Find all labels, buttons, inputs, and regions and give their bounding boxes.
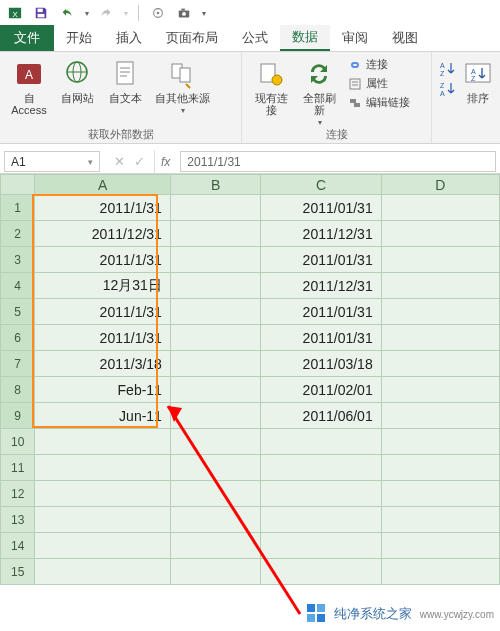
- tab-formulas[interactable]: 公式: [230, 25, 280, 51]
- tab-review[interactable]: 审阅: [330, 25, 380, 51]
- tab-file[interactable]: 文件: [0, 25, 54, 51]
- name-box[interactable]: A1 ▾: [4, 151, 100, 172]
- cell[interactable]: [261, 481, 381, 507]
- col-header-B[interactable]: B: [170, 175, 260, 195]
- connections-button[interactable]: 连接: [344, 56, 414, 73]
- cell[interactable]: [261, 533, 381, 559]
- tab-home[interactable]: 开始: [54, 25, 104, 51]
- row-header[interactable]: 5: [1, 299, 35, 325]
- cell[interactable]: [381, 455, 499, 481]
- row-header[interactable]: 13: [1, 507, 35, 533]
- row-header[interactable]: 4: [1, 273, 35, 299]
- tab-insert[interactable]: 插入: [104, 25, 154, 51]
- cell[interactable]: 2011/06/01: [261, 403, 381, 429]
- camera-icon[interactable]: [175, 4, 193, 22]
- col-header-D[interactable]: D: [381, 175, 499, 195]
- cell[interactable]: [381, 429, 499, 455]
- chevron-down-icon[interactable]: ▾: [88, 157, 93, 167]
- cell[interactable]: [35, 429, 171, 455]
- cell[interactable]: [381, 299, 499, 325]
- cell[interactable]: [381, 325, 499, 351]
- cell[interactable]: [170, 195, 260, 221]
- row-header[interactable]: 6: [1, 325, 35, 351]
- row-header[interactable]: 2: [1, 221, 35, 247]
- cell[interactable]: [170, 429, 260, 455]
- undo-icon[interactable]: [58, 4, 76, 22]
- row-header[interactable]: 1: [1, 195, 35, 221]
- cell[interactable]: [170, 455, 260, 481]
- qat-customize-icon[interactable]: ▾: [202, 9, 206, 18]
- cell[interactable]: 12月31日: [35, 273, 171, 299]
- row-header[interactable]: 10: [1, 429, 35, 455]
- formula-input[interactable]: 2011/1/31: [180, 151, 496, 172]
- touch-mode-icon[interactable]: [149, 4, 167, 22]
- cell[interactable]: 2011/1/31: [35, 325, 171, 351]
- cell[interactable]: [35, 507, 171, 533]
- cell[interactable]: Jun-11: [35, 403, 171, 429]
- cell[interactable]: [381, 377, 499, 403]
- cell[interactable]: 2011/12/31: [35, 221, 171, 247]
- sort-desc-icon[interactable]: ZA: [438, 80, 458, 98]
- save-icon[interactable]: [32, 4, 50, 22]
- cell[interactable]: 2011/03/18: [261, 351, 381, 377]
- cell[interactable]: [170, 533, 260, 559]
- redo-icon[interactable]: [97, 4, 115, 22]
- cell[interactable]: [35, 455, 171, 481]
- select-all-corner[interactable]: [1, 175, 35, 195]
- sort-button[interactable]: AZ 排序: [460, 56, 496, 106]
- cell[interactable]: [381, 351, 499, 377]
- cell[interactable]: [35, 481, 171, 507]
- cell[interactable]: [170, 351, 260, 377]
- cell[interactable]: 2011/1/31: [35, 247, 171, 273]
- tab-data[interactable]: 数据: [280, 25, 330, 51]
- cell[interactable]: [381, 273, 499, 299]
- cell[interactable]: [261, 429, 381, 455]
- row-header[interactable]: 12: [1, 481, 35, 507]
- cell[interactable]: 2011/02/01: [261, 377, 381, 403]
- cell[interactable]: [170, 377, 260, 403]
- cell[interactable]: [35, 533, 171, 559]
- cell[interactable]: [381, 195, 499, 221]
- sort-asc-icon[interactable]: AZ: [438, 60, 458, 78]
- cell[interactable]: Feb-11: [35, 377, 171, 403]
- cell[interactable]: [170, 247, 260, 273]
- col-header-C[interactable]: C: [261, 175, 381, 195]
- cell[interactable]: 2011/1/31: [35, 195, 171, 221]
- cell[interactable]: [381, 533, 499, 559]
- row-header[interactable]: 14: [1, 533, 35, 559]
- row-header[interactable]: 3: [1, 247, 35, 273]
- row-header[interactable]: 11: [1, 455, 35, 481]
- cell[interactable]: 2011/01/31: [261, 325, 381, 351]
- cell[interactable]: [381, 481, 499, 507]
- from-web-button[interactable]: 自网站: [54, 56, 100, 106]
- cell[interactable]: [381, 221, 499, 247]
- cell[interactable]: [170, 559, 260, 585]
- cell[interactable]: [261, 455, 381, 481]
- cell[interactable]: [381, 559, 499, 585]
- enter-icon[interactable]: ✓: [132, 154, 146, 169]
- row-header[interactable]: 15: [1, 559, 35, 585]
- cell[interactable]: 2011/01/31: [261, 195, 381, 221]
- from-text-button[interactable]: 自文本: [102, 56, 148, 106]
- cell[interactable]: [170, 273, 260, 299]
- cell[interactable]: [170, 507, 260, 533]
- cell[interactable]: [170, 403, 260, 429]
- row-header[interactable]: 9: [1, 403, 35, 429]
- row-header[interactable]: 7: [1, 351, 35, 377]
- cell[interactable]: [170, 299, 260, 325]
- cell[interactable]: [381, 507, 499, 533]
- properties-button[interactable]: 属性: [344, 75, 414, 92]
- cell[interactable]: [170, 221, 260, 247]
- tab-page-layout[interactable]: 页面布局: [154, 25, 230, 51]
- cell[interactable]: [381, 247, 499, 273]
- cell[interactable]: [170, 481, 260, 507]
- cell[interactable]: 2011/01/31: [261, 247, 381, 273]
- cell[interactable]: 2011/3/18: [35, 351, 171, 377]
- worksheet-grid[interactable]: A B C D 12011/1/312011/01/3122011/12/312…: [0, 174, 500, 585]
- tab-view[interactable]: 视图: [380, 25, 430, 51]
- cell[interactable]: 2011/12/31: [261, 273, 381, 299]
- row-header[interactable]: 8: [1, 377, 35, 403]
- cancel-icon[interactable]: ✕: [112, 154, 126, 169]
- cell[interactable]: [261, 507, 381, 533]
- from-other-sources-button[interactable]: 自其他来源 ▾: [150, 56, 214, 117]
